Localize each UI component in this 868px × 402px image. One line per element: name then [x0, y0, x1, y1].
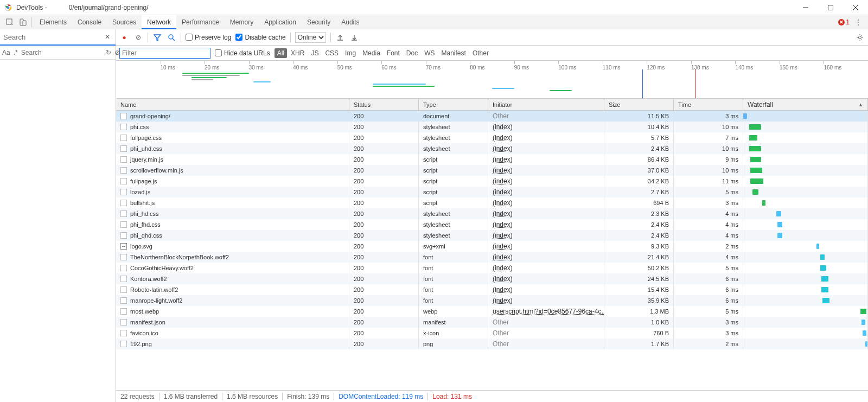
cell-initiator[interactable]: (index)	[488, 197, 604, 208]
filter-type-all[interactable]: All	[275, 48, 287, 58]
col-initiator[interactable]: Initiator	[488, 99, 604, 110]
request-row[interactable]: phi_hd.css200stylesheet(index)2.3 KB4 ms	[116, 208, 868, 219]
clear-icon[interactable]: ✕	[103, 33, 112, 41]
request-row[interactable]: TheNorthernBlockNorpethBook.woff2200font…	[116, 252, 868, 263]
request-row[interactable]: manifest.json200manifestOther1.0 KB3 ms	[116, 317, 868, 328]
cell-status: 200	[349, 122, 419, 132]
col-time[interactable]: Time	[674, 99, 743, 110]
tab-memory[interactable]: Memory	[225, 15, 259, 29]
tab-elements[interactable]: Elements	[34, 15, 72, 29]
filter-type-css[interactable]: CSS	[322, 48, 341, 58]
hide-data-urls-checkbox[interactable]: Hide data URLs	[215, 49, 270, 57]
filter-type-manifest[interactable]: Manifest	[439, 48, 469, 58]
tab-performance[interactable]: Performance	[176, 15, 225, 29]
maximize-button[interactable]	[818, 0, 843, 15]
cell-initiator[interactable]: (index)	[488, 122, 604, 132]
request-row[interactable]: phi.css200stylesheet(index)10.4 KB10 ms	[116, 122, 868, 132]
request-row[interactable]: fullpage.js200script(index)34.2 KB11 ms	[116, 176, 868, 187]
divider	[181, 33, 181, 42]
cell-waterfall	[743, 187, 868, 197]
gear-icon[interactable]	[855, 33, 865, 42]
cell-initiator[interactable]: (index)	[488, 219, 604, 230]
request-row[interactable]: favicon.ico200x-iconOther760 B3 ms	[116, 328, 868, 339]
timeline-overview[interactable]: 10 ms20 ms30 ms40 ms50 ms60 ms70 ms80 ms…	[116, 61, 868, 99]
request-row[interactable]: most.webp200webpuserscript.html?id=0ce85…	[116, 306, 868, 317]
filter-type-media[interactable]: Media	[360, 48, 383, 58]
request-row[interactable]: manrope-light.woff2200font(index)35.9 KB…	[116, 295, 868, 306]
request-row[interactable]: bullshit.js200script(index)694 B3 ms	[116, 197, 868, 208]
request-row[interactable]: Roboto-latin.woff2200font(index)15.4 KB6…	[116, 284, 868, 295]
cell-initiator[interactable]: (index)	[488, 273, 604, 284]
filter-type-ws[interactable]: WS	[422, 48, 437, 58]
filter-type-img[interactable]: Img	[342, 48, 359, 58]
request-row[interactable]: grand-opening/200documentOther11.5 KB3 m…	[116, 111, 868, 122]
device-icon[interactable]	[18, 17, 28, 27]
cell-initiator[interactable]: (index)	[488, 143, 604, 154]
filter-type-js[interactable]: JS	[308, 48, 321, 58]
close-button[interactable]	[843, 0, 868, 15]
cell-initiator[interactable]: userscript.html?id=0ce85677-96ca-4c...	[488, 306, 604, 317]
tab-network[interactable]: Network	[142, 15, 176, 29]
cell-status: 200	[349, 208, 419, 219]
filter-input[interactable]	[119, 48, 210, 59]
cell-initiator[interactable]: (index)	[488, 176, 604, 187]
request-row[interactable]: phi_qhd.css200stylesheet(index)2.4 KB4 m…	[116, 230, 868, 241]
filter-type-font[interactable]: Font	[384, 48, 403, 58]
status-transferred: 1.6 MB transferred	[164, 393, 218, 400]
request-row[interactable]: phi_uhd.css200stylesheet(index)2.4 KB10 …	[116, 143, 868, 154]
cell-initiator[interactable]: (index)	[488, 263, 604, 273]
col-size[interactable]: Size	[604, 99, 674, 110]
col-status[interactable]: Status	[349, 99, 419, 110]
search-input[interactable]	[3, 33, 103, 41]
cell-initiator[interactable]: (index)	[488, 241, 604, 252]
record-icon[interactable]: ●	[119, 33, 129, 42]
request-row[interactable]: scrolloverflow.min.js200script(index)37.…	[116, 165, 868, 176]
error-badge[interactable]: ✕1	[838, 18, 850, 26]
cell-initiator[interactable]: (index)	[488, 165, 604, 176]
request-row[interactable]: phi_fhd.css200stylesheet(index)2.4 KB4 m…	[116, 219, 868, 230]
col-name[interactable]: Name	[116, 99, 349, 110]
refresh-icon[interactable]: ↻	[106, 49, 111, 56]
disable-cache-checkbox[interactable]: Disable cache	[235, 34, 285, 41]
col-waterfall[interactable]: Waterfall▲	[743, 99, 868, 110]
cell-initiator[interactable]: (index)	[488, 284, 604, 295]
match-case-icon[interactable]: Aa	[2, 49, 10, 56]
cell-initiator[interactable]: (index)	[488, 230, 604, 241]
tab-audits[interactable]: Audits	[336, 15, 365, 29]
tab-security[interactable]: Security	[302, 15, 336, 29]
cell-initiator[interactable]: (index)	[488, 208, 604, 219]
clear-icon[interactable]: ⊘	[133, 33, 143, 42]
request-row[interactable]: 192.png200pngOther1.7 KB2 ms	[116, 339, 868, 349]
request-row[interactable]: jquery.min.js200script(index)86.4 KB9 ms	[116, 154, 868, 165]
request-row[interactable]: fullpage.css200stylesheet(index)5.7 KB7 …	[116, 132, 868, 143]
filter-type-other[interactable]: Other	[470, 48, 492, 58]
cell-initiator[interactable]: (index)	[488, 252, 604, 263]
cell-initiator[interactable]: (index)	[488, 132, 604, 143]
svg-line-10	[173, 39, 175, 41]
kebab-icon[interactable]: ⋮	[853, 17, 863, 27]
filter-icon[interactable]	[152, 33, 162, 42]
preserve-log-checkbox[interactable]: Preserve log	[186, 34, 231, 41]
tab-console[interactable]: Console	[72, 15, 107, 29]
search-sub-input[interactable]	[21, 49, 103, 56]
tab-sources[interactable]: Sources	[107, 15, 142, 29]
cell-initiator[interactable]: (index)	[488, 154, 604, 165]
cell-initiator[interactable]: (index)	[488, 295, 604, 306]
minimize-button[interactable]	[793, 0, 818, 15]
filter-type-xhr[interactable]: XHR	[288, 48, 307, 58]
upload-icon[interactable]	[335, 33, 345, 42]
request-row[interactable]: logo.svg200svg+xml(index)9.3 KB2 ms	[116, 241, 868, 252]
request-row[interactable]: Kontora.woff2200font(index)24.5 KB6 ms	[116, 273, 868, 284]
filter-type-doc[interactable]: Doc	[404, 48, 420, 58]
download-icon[interactable]	[349, 33, 359, 42]
request-row[interactable]: lozad.js200script(index)2.7 KB5 ms	[116, 187, 868, 197]
request-row[interactable]: CocoGothicHeavy.woff2200font(index)50.2 …	[116, 263, 868, 273]
search-icon[interactable]	[167, 33, 176, 42]
inspect-icon[interactable]	[5, 17, 15, 27]
tab-application[interactable]: Application	[259, 15, 302, 29]
regex-icon[interactable]: .*	[14, 49, 18, 56]
status-bar: 22 requests 1.6 MB transferred 1.6 MB re…	[116, 390, 868, 402]
throttling-select[interactable]: Online	[295, 32, 326, 43]
col-type[interactable]: Type	[419, 99, 488, 110]
cell-initiator[interactable]: (index)	[488, 187, 604, 197]
